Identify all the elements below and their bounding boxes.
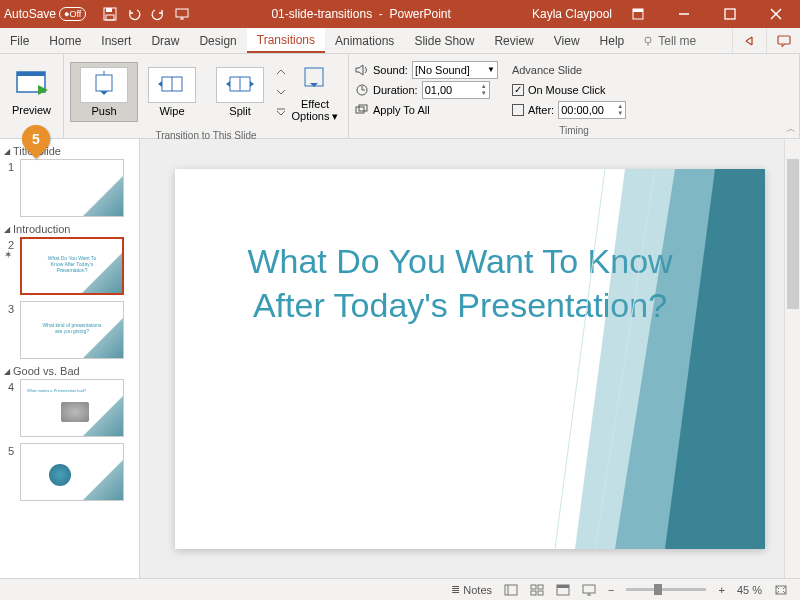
fit-to-window-icon[interactable]	[768, 584, 794, 596]
svg-rect-38	[538, 591, 543, 595]
sound-icon	[355, 64, 369, 76]
slideshow-view-icon[interactable]	[576, 584, 602, 596]
preview-button[interactable]: Preview	[6, 58, 57, 126]
preview-icon	[16, 68, 48, 100]
reading-view-icon[interactable]	[550, 584, 576, 596]
svg-rect-35	[531, 585, 536, 589]
lightbulb-icon	[642, 35, 654, 47]
thumbnail-3[interactable]: What kind of presentationsare you giving…	[20, 301, 124, 359]
slide-num-5: 5	[4, 443, 14, 457]
user-name[interactable]: Kayla Claypool	[532, 7, 612, 21]
ribbon: Preview Push Wipe Split	[0, 54, 800, 139]
vertical-scrollbar[interactable]	[784, 139, 800, 578]
menubar: File Home Insert Draw Design Transitions…	[0, 28, 800, 54]
svg-rect-3	[176, 9, 188, 17]
svg-rect-26	[356, 107, 364, 113]
transition-split[interactable]: Split	[206, 62, 274, 122]
svg-point-10	[645, 37, 651, 43]
svg-rect-33	[505, 585, 517, 595]
slide-num-4: 4	[4, 379, 14, 393]
statusbar: ≣ Notes − + 45 %	[0, 578, 800, 600]
tab-draw[interactable]: Draw	[141, 28, 189, 53]
tab-design[interactable]: Design	[189, 28, 246, 53]
transition-gallery-more[interactable]	[274, 64, 288, 120]
section-introduction[interactable]: ◢Introduction	[4, 223, 135, 235]
tab-help[interactable]: Help	[590, 28, 635, 53]
share-icon[interactable]	[732, 28, 766, 53]
on-mouse-click-checkbox[interactable]: ✓ On Mouse Click	[512, 80, 626, 100]
slide-decoration	[545, 169, 765, 549]
thumbnail-1[interactable]	[20, 159, 124, 217]
effect-options-button[interactable]: Effect Options ▾	[288, 58, 342, 126]
tab-view[interactable]: View	[544, 28, 590, 53]
advance-header: Advance Slide	[512, 60, 626, 80]
autosave-state: ● Off	[59, 7, 86, 21]
duration-label: Duration:	[373, 84, 418, 96]
svg-rect-27	[359, 105, 367, 111]
start-slideshow-icon[interactable]	[174, 6, 190, 22]
svg-rect-40	[557, 585, 569, 588]
undo-icon[interactable]	[126, 6, 142, 22]
notes-icon: ≣	[451, 583, 460, 596]
minimize-icon[interactable]	[664, 0, 704, 28]
push-icon	[80, 67, 128, 103]
duration-icon	[355, 84, 369, 96]
tell-me-search[interactable]: Tell me	[634, 28, 704, 53]
zoom-out-button[interactable]: −	[602, 584, 620, 596]
notes-button[interactable]: ≣ Notes	[445, 583, 498, 596]
transition-wipe[interactable]: Wipe	[138, 62, 206, 122]
svg-rect-7	[725, 9, 735, 19]
svg-rect-2	[106, 15, 114, 20]
apply-to-all-button[interactable]: Apply To All	[355, 100, 498, 120]
svg-rect-15	[96, 75, 112, 91]
redo-icon[interactable]	[150, 6, 166, 22]
tab-animations[interactable]: Animations	[325, 28, 404, 53]
section-good-vs-bad[interactable]: ◢Good vs. Bad	[4, 365, 135, 377]
transition-star-icon: ✶	[4, 251, 14, 259]
slide-num-1: 1	[4, 159, 14, 173]
tab-review[interactable]: Review	[484, 28, 543, 53]
slide-canvas[interactable]: What Do You Want To Know After Today's P…	[175, 169, 765, 549]
collapse-ribbon-icon[interactable]: ︿	[786, 122, 796, 136]
after-input[interactable]: 00:00,00▲▼	[558, 101, 626, 119]
svg-rect-41	[583, 585, 595, 593]
close-icon[interactable]	[756, 0, 796, 28]
svg-rect-36	[538, 585, 543, 589]
tab-file[interactable]: File	[0, 28, 39, 53]
split-icon	[216, 67, 264, 103]
slide-sorter-icon[interactable]	[524, 584, 550, 596]
ribbon-options-icon[interactable]	[618, 0, 658, 28]
autosave-toggle[interactable]: AutoSave ● Off	[4, 7, 86, 21]
transition-push[interactable]: Push	[70, 62, 138, 122]
autosave-label: AutoSave	[4, 7, 56, 21]
titlebar: AutoSave ● Off 01-slide-transitions - Po…	[0, 0, 800, 28]
after-label: After:	[528, 104, 554, 116]
thumbnail-panel: ◢Title Slide 1 ◢Introduction 2✶ What Do …	[0, 139, 140, 578]
zoom-in-button[interactable]: +	[712, 584, 730, 596]
svg-rect-12	[778, 36, 790, 44]
maximize-icon[interactable]	[710, 0, 750, 28]
after-checkbox[interactable]	[512, 104, 524, 116]
tab-transitions[interactable]: Transitions	[247, 28, 325, 53]
tab-home[interactable]: Home	[39, 28, 91, 53]
thumbnail-4[interactable]: What makes a Presentation bad?	[20, 379, 124, 437]
duration-input[interactable]: 01,00▲▼	[422, 81, 490, 99]
thumbnail-2[interactable]: What Do You Want ToKnow After Today'sPre…	[20, 237, 124, 295]
thumbnail-5[interactable]	[20, 443, 124, 501]
zoom-slider[interactable]	[626, 588, 706, 591]
callout-marker: 5	[22, 125, 52, 161]
window-title: 01-slide-transitions - PowerPoint	[190, 7, 532, 21]
slide-num-3: 3	[4, 301, 14, 315]
svg-rect-14	[17, 72, 45, 76]
tab-insert[interactable]: Insert	[91, 28, 141, 53]
svg-rect-5	[633, 9, 643, 12]
group-label-timing: Timing	[349, 125, 799, 138]
save-icon[interactable]	[102, 6, 118, 22]
normal-view-icon[interactable]	[498, 584, 524, 596]
zoom-level[interactable]: 45 %	[731, 584, 768, 596]
tab-slideshow[interactable]: Slide Show	[404, 28, 484, 53]
wipe-icon	[148, 67, 196, 103]
slide-editor[interactable]: What Do You Want To Know After Today's P…	[140, 139, 800, 578]
sound-dropdown[interactable]: [No Sound]▼	[412, 61, 498, 79]
comments-icon[interactable]	[766, 28, 800, 53]
